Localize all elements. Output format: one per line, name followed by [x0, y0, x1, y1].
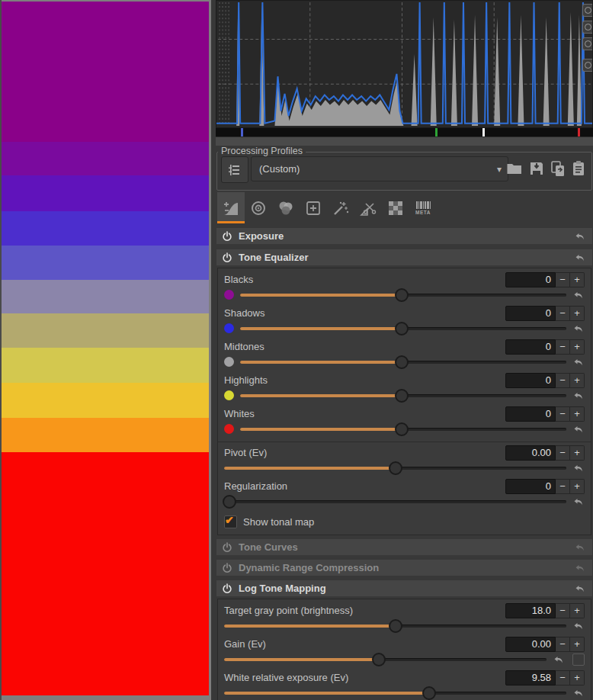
slider-handle[interactable]: [395, 355, 409, 369]
reset-icon[interactable]: [572, 462, 585, 474]
regularization-slider[interactable]: [224, 493, 566, 509]
highlights-value[interactable]: 0: [505, 373, 556, 388]
slider-handle[interactable]: [223, 495, 236, 509]
histogram-channel-button[interactable]: [582, 21, 592, 34]
increment-button[interactable]: +: [570, 479, 585, 494]
reset-icon[interactable]: [572, 289, 585, 301]
reset-icon[interactable]: [572, 687, 585, 699]
decrement-button[interactable]: −: [556, 637, 570, 652]
tab-exposure[interactable]: [217, 192, 245, 223]
reset-icon[interactable]: [572, 620, 585, 632]
show-tonal-map-checkbox[interactable]: ✔: [224, 515, 237, 528]
power-icon[interactable]: [222, 583, 232, 594]
tab-locallab[interactable]: [327, 192, 354, 223]
decrement-button[interactable]: −: [556, 272, 570, 287]
white-relative-exposure-slider[interactable]: [224, 685, 566, 700]
midtones-value[interactable]: 0: [505, 339, 556, 355]
reset-icon[interactable]: [572, 390, 585, 402]
tab-advanced[interactable]: [300, 192, 327, 223]
reset-icon[interactable]: [574, 252, 586, 264]
decrement-button[interactable]: −: [556, 406, 570, 422]
whites-slider[interactable]: [240, 421, 566, 437]
reset-icon[interactable]: [553, 653, 565, 666]
tab-raw[interactable]: [382, 192, 409, 223]
pivot-value[interactable]: 0.00: [505, 445, 556, 461]
increment-button[interactable]: +: [570, 670, 585, 686]
increment-button[interactable]: +: [570, 603, 585, 618]
histogram-scale-icon: [585, 40, 591, 47]
reset-icon[interactable]: [574, 562, 586, 574]
reset-icon[interactable]: [574, 230, 586, 242]
metadata-tab-label: META: [415, 210, 431, 215]
slider-handle[interactable]: [422, 686, 436, 700]
gain-value[interactable]: 0.00: [505, 637, 556, 652]
decrement-button[interactable]: −: [556, 479, 570, 494]
log-tone-mapping-header[interactable]: Log Tone Mapping: [216, 580, 592, 596]
paste-profile-button[interactable]: [569, 159, 589, 178]
histogram-options-button[interactable]: [582, 59, 592, 72]
decrement-button[interactable]: −: [556, 670, 570, 686]
increment-button[interactable]: +: [570, 637, 585, 652]
slider-handle[interactable]: [395, 389, 409, 403]
pivot-slider[interactable]: [224, 460, 566, 476]
decrement-button[interactable]: −: [556, 306, 570, 321]
load-profile-button[interactable]: [505, 159, 524, 178]
exposure-header[interactable]: Exposure: [216, 228, 592, 244]
histogram-scale-button[interactable]: [582, 37, 592, 50]
increment-button[interactable]: +: [570, 445, 585, 461]
reset-icon[interactable]: [572, 323, 585, 335]
regularization-value[interactable]: 0: [505, 479, 556, 494]
tone-curves-header[interactable]: Tone Curves: [216, 539, 592, 555]
tab-transform[interactable]: [354, 192, 382, 223]
power-icon[interactable]: [222, 231, 232, 242]
slider-handle[interactable]: [389, 619, 402, 633]
auto-gain-checkbox[interactable]: [572, 653, 585, 666]
reset-icon[interactable]: [572, 496, 585, 508]
decrement-button[interactable]: −: [556, 339, 570, 355]
tab-detail[interactable]: [245, 192, 272, 223]
clipboard-paste-icon: [570, 159, 588, 178]
decrement-button[interactable]: −: [556, 373, 570, 388]
power-icon[interactable]: [222, 542, 232, 553]
increment-button[interactable]: +: [570, 306, 585, 321]
reset-icon[interactable]: [572, 356, 585, 368]
slider-handle[interactable]: [372, 653, 386, 666]
target-gray-slider[interactable]: [224, 618, 566, 634]
white-relative-exposure-value[interactable]: 9.58: [505, 670, 556, 686]
save-profile-button[interactable]: [527, 159, 547, 178]
gain-slider[interactable]: [224, 651, 547, 667]
profile-select-dropdown[interactable]: (Custom) ▾: [251, 156, 508, 181]
tone-equalizer-header[interactable]: Tone Equalizer: [216, 249, 592, 265]
increment-button[interactable]: +: [570, 373, 585, 388]
profile-fill-mode-button[interactable]: [221, 156, 248, 183]
slider-handle[interactable]: [395, 422, 409, 436]
show-tonal-map-row: ✔ Show tonal map: [224, 515, 585, 528]
blacks-value[interactable]: 0: [505, 272, 556, 287]
power-icon[interactable]: [222, 563, 232, 573]
increment-button[interactable]: +: [570, 339, 585, 355]
target-gray-value[interactable]: 18.0: [505, 603, 556, 618]
shadows-slider[interactable]: [240, 320, 566, 336]
tab-color[interactable]: [272, 192, 300, 223]
whites-value[interactable]: 0: [505, 406, 556, 422]
slider-handle[interactable]: [395, 322, 409, 336]
midtones-color-dot: [224, 357, 234, 367]
reset-icon[interactable]: [574, 541, 586, 554]
histogram-mode-button[interactable]: [582, 4, 592, 17]
slider-handle[interactable]: [395, 288, 409, 302]
shadows-value[interactable]: 0: [505, 306, 556, 321]
highlights-slider[interactable]: [240, 387, 566, 403]
reset-icon[interactable]: [572, 423, 585, 435]
midtones-slider[interactable]: [240, 354, 566, 370]
decrement-button[interactable]: −: [556, 445, 570, 461]
dynamic-range-compression-header[interactable]: Dynamic Range Compression: [216, 560, 592, 576]
power-icon[interactable]: [222, 252, 232, 263]
increment-button[interactable]: +: [570, 272, 585, 287]
increment-button[interactable]: +: [570, 406, 585, 422]
blacks-slider[interactable]: [240, 287, 566, 303]
copy-profile-button[interactable]: [548, 159, 568, 178]
slider-handle[interactable]: [389, 461, 402, 475]
reset-icon[interactable]: [574, 583, 586, 595]
decrement-button[interactable]: −: [556, 603, 570, 618]
tab-metadata[interactable]: META: [409, 192, 437, 223]
